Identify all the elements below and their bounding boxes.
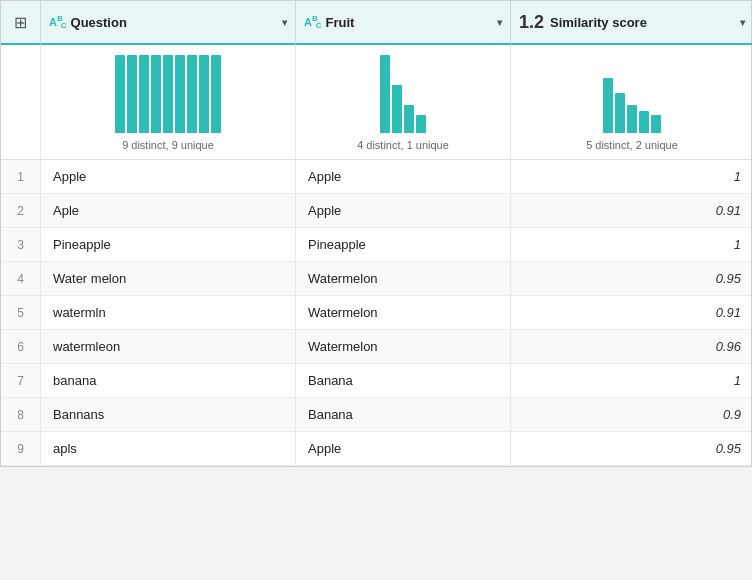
- bar: [163, 55, 173, 133]
- dropdown-arrow-similarity[interactable]: ▾: [740, 17, 745, 28]
- main-table: ⊞ ABC Question ▾ ABC Fruit ▾ 1.2 Similar…: [0, 0, 752, 467]
- row-number: 3: [1, 228, 41, 261]
- column-header-question[interactable]: ABC Question ▾: [41, 1, 296, 45]
- fruit-stats: 4 distinct, 1 unique: [357, 139, 449, 151]
- fruit-bars: [380, 53, 426, 133]
- cell-similarity: 1: [511, 364, 752, 397]
- cell-fruit: Apple: [296, 194, 511, 227]
- bar: [380, 55, 390, 133]
- bar: [615, 93, 625, 133]
- bar: [175, 55, 185, 133]
- bar: [651, 115, 661, 133]
- table-row: 2 Aple Apple 0.91: [1, 194, 751, 228]
- bar: [199, 55, 209, 133]
- question-stats: 9 distinct, 9 unique: [122, 139, 214, 151]
- cell-question: Water melon: [41, 262, 296, 295]
- row-number: 8: [1, 398, 41, 431]
- cell-similarity: 0.9: [511, 398, 752, 431]
- similarity-bars: [603, 53, 661, 133]
- column-label-similarity: Similarity score: [550, 15, 736, 30]
- table-header: ⊞ ABC Question ▾ ABC Fruit ▾ 1.2 Similar…: [1, 1, 751, 45]
- row-number: 7: [1, 364, 41, 397]
- row-number: 6: [1, 330, 41, 363]
- bar: [416, 115, 426, 133]
- table-row: 5 watermln Watermelon 0.91: [1, 296, 751, 330]
- bar: [627, 105, 637, 133]
- preview-row: 9 distinct, 9 unique 4 distinct, 1 uniqu…: [1, 45, 751, 160]
- cell-similarity: 0.95: [511, 432, 752, 465]
- preview-fruit: 4 distinct, 1 unique: [296, 45, 511, 159]
- cell-similarity: 1: [511, 160, 752, 193]
- corner-cell: ⊞: [1, 1, 41, 45]
- row-number: 5: [1, 296, 41, 329]
- cell-question: watermln: [41, 296, 296, 329]
- table-row: 7 banana Banana 1: [1, 364, 751, 398]
- cell-fruit: Apple: [296, 432, 511, 465]
- cell-fruit: Apple: [296, 160, 511, 193]
- text-type-icon-question: ABC: [49, 14, 67, 31]
- cell-question: watermleon: [41, 330, 296, 363]
- bar: [139, 55, 149, 133]
- table-row: 9 apls Apple 0.95: [1, 432, 751, 466]
- cell-question: apls: [41, 432, 296, 465]
- row-number: 9: [1, 432, 41, 465]
- bar: [392, 85, 402, 133]
- grid-icon: ⊞: [14, 13, 27, 32]
- column-header-similarity[interactable]: 1.2 Similarity score ▾: [511, 1, 752, 45]
- table-row: 3 Pineapple Pineapple 1: [1, 228, 751, 262]
- dropdown-arrow-fruit[interactable]: ▾: [497, 17, 502, 28]
- cell-question: banana: [41, 364, 296, 397]
- cell-fruit: Watermelon: [296, 330, 511, 363]
- column-header-fruit[interactable]: ABC Fruit ▾: [296, 1, 511, 45]
- cell-fruit: Watermelon: [296, 262, 511, 295]
- cell-similarity: 0.91: [511, 194, 752, 227]
- cell-fruit: Pineapple: [296, 228, 511, 261]
- column-label-fruit: Fruit: [326, 15, 493, 30]
- cell-question: Apple: [41, 160, 296, 193]
- question-bars: [115, 53, 221, 133]
- similarity-prefix-number: 1.2: [519, 12, 544, 33]
- cell-fruit: Banana: [296, 364, 511, 397]
- similarity-stats: 5 distinct, 2 unique: [586, 139, 678, 151]
- row-number: 2: [1, 194, 41, 227]
- bar: [151, 55, 161, 133]
- preview-question: 9 distinct, 9 unique: [41, 45, 296, 159]
- column-label-question: Question: [71, 15, 278, 30]
- table-row: 1 Apple Apple 1: [1, 160, 751, 194]
- bar: [115, 55, 125, 133]
- preview-similarity: 5 distinct, 2 unique: [511, 45, 752, 159]
- text-type-icon-fruit: ABC: [304, 14, 322, 31]
- table-row: 8 Bannans Banana 0.9: [1, 398, 751, 432]
- row-number: 4: [1, 262, 41, 295]
- data-rows-container: 1 Apple Apple 1 2 Aple Apple 0.91 3 Pine…: [1, 160, 751, 466]
- cell-question: Aple: [41, 194, 296, 227]
- cell-fruit: Watermelon: [296, 296, 511, 329]
- cell-similarity: 0.95: [511, 262, 752, 295]
- dropdown-arrow-question[interactable]: ▾: [282, 17, 287, 28]
- bar: [187, 55, 197, 133]
- preview-corner: [1, 45, 41, 159]
- cell-question: Bannans: [41, 398, 296, 431]
- bar: [639, 111, 649, 133]
- cell-similarity: 0.91: [511, 296, 752, 329]
- cell-similarity: 1: [511, 228, 752, 261]
- bar: [211, 55, 221, 133]
- cell-question: Pineapple: [41, 228, 296, 261]
- table-row: 4 Water melon Watermelon 0.95: [1, 262, 751, 296]
- row-number: 1: [1, 160, 41, 193]
- cell-similarity: 0.96: [511, 330, 752, 363]
- bar: [127, 55, 137, 133]
- bar: [404, 105, 414, 133]
- cell-fruit: Banana: [296, 398, 511, 431]
- table-row: 6 watermleon Watermelon 0.96: [1, 330, 751, 364]
- bar: [603, 78, 613, 133]
